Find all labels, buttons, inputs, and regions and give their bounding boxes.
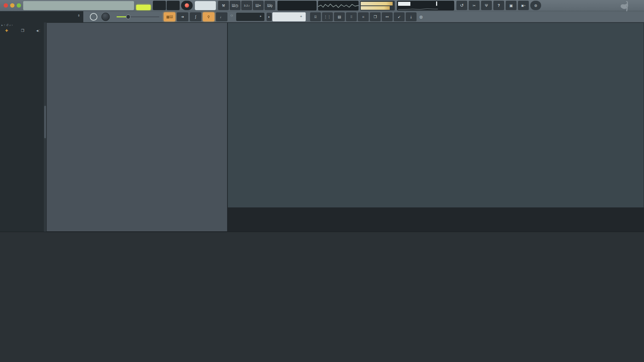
traffic-light-close[interactable] (4, 3, 8, 8)
blob-mic-icon: ⚇ (230, 14, 233, 17)
browser-title-arrow[interactable]: › (12, 24, 13, 27)
markers-button[interactable]: ⌗ (358, 12, 369, 21)
touch-button[interactable]: ➶ (394, 12, 405, 21)
main-volume-knob[interactable] (90, 13, 97, 21)
project-name-field[interactable] (0, 11, 83, 22)
browser-search-icon[interactable]: ⌕ (9, 24, 11, 27)
grid-color-button[interactable]: ▤ (334, 12, 345, 21)
secondary-toolbar: ⚱ ▦Ш ➔ ʃ ⚲ ♩ ⚇ ▸ ▸ + ⌸ ⋮⋮ ▤ ⫶⫶ ⌗ ❐ ⚯ ➶ ⤓… (0, 11, 644, 22)
wait-for-input-button[interactable]: Ш◷ (230, 1, 241, 10)
cpu-panel[interactable] (397, 1, 454, 10)
tap-tempo-button[interactable]: ⚒ (218, 1, 229, 10)
fl-studio-window: ⚒ Ш◷ 3.2.ı Ш+ Шϙ ↺ ✂ Ψ ? ▣ ▣+ ⊜ (0, 0, 644, 362)
help-button[interactable]: ? (493, 1, 504, 10)
main-volume-meter[interactable] (360, 1, 395, 10)
browser-panel: ▸ ↑ ↺ ⌕ › ✚ ❐ ◄: (0, 22, 46, 232)
overdub-button[interactable]: Шϙ (264, 1, 275, 10)
cpu-bar-icon (436, 1, 437, 6)
meter-bar-left (361, 2, 393, 5)
picture-in-picture-button[interactable]: ⌸ (310, 12, 321, 21)
mixer-window (0, 232, 644, 362)
slider-thumb[interactable] (126, 14, 130, 19)
loop-record-button[interactable]: Ш+ (253, 1, 264, 10)
cpu-graph (398, 2, 410, 6)
pattern-prev-button[interactable]: ▸ (267, 13, 272, 21)
follow-playback-button[interactable]: ➔ (177, 12, 188, 21)
browser-list (0, 36, 43, 232)
oscilloscope[interactable] (318, 1, 359, 10)
cpu-sparkline (398, 7, 438, 10)
chat-button[interactable]: ⊜ (530, 1, 541, 10)
traffic-light-minimize[interactable] (10, 3, 14, 8)
time-display[interactable] (277, 1, 317, 10)
channel-rack-window (46, 22, 227, 232)
browser-up-icon[interactable]: ↑ (4, 24, 5, 27)
song-mode-button[interactable] (136, 5, 151, 10)
save-as-button[interactable]: ▣+ (518, 1, 529, 10)
globe-icon: ◍ (419, 14, 423, 19)
test-tube-icon: ⚱ (78, 14, 80, 17)
menu-bar (23, 1, 134, 10)
stop-button[interactable] (167, 1, 180, 10)
master-volume-slider[interactable] (117, 16, 159, 17)
glide-button[interactable]: ʃ (190, 12, 201, 21)
mixer-route-button[interactable]: ⫶⫶ (346, 12, 357, 21)
browser-collapse-icon[interactable]: ▸ (1, 24, 3, 27)
browser-tab-files[interactable]: ❐ (21, 29, 24, 33)
clone-button[interactable]: ❐ (370, 12, 381, 21)
snap-arrow-icon: ▸ (260, 14, 262, 18)
title-bar: ⚒ Ш◷ 3.2.ı Ш+ Шϙ ↺ ✂ Ψ ? ▣ ▣+ ⊜ (0, 0, 644, 11)
import-button[interactable]: ⤓ (406, 12, 417, 21)
oscilloscope-wave (318, 1, 359, 10)
save-button[interactable]: ▣ (506, 1, 517, 10)
browser-header: ▸ ↑ ↺ ⌕ › (0, 22, 46, 28)
main-pitch-knob[interactable] (101, 13, 110, 21)
browser-tab-plugins[interactable]: ✚ (5, 29, 8, 33)
traffic-light-zoom[interactable] (17, 3, 21, 8)
online-link[interactable]: ◍ (419, 13, 423, 21)
metronome-button[interactable]: ♩ (216, 12, 227, 21)
meter-bar-right (361, 6, 390, 10)
cut-tool-button[interactable]: ✂ (469, 1, 480, 10)
mic-record-button[interactable]: Ψ (481, 1, 492, 10)
smart-disable-button[interactable]: ⋮⋮ (322, 12, 333, 21)
record-icon (185, 3, 189, 8)
tempo-display[interactable] (195, 1, 216, 10)
browser-undo-icon[interactable]: ↺ (6, 24, 8, 27)
browser-tab-presets[interactable]: ◄: (35, 29, 40, 33)
link-button[interactable]: ⚲ (203, 12, 214, 21)
step-piano-toggle[interactable]: ▦Ш (164, 12, 175, 21)
playlist-window (227, 22, 644, 208)
pattern-add-button[interactable]: + (300, 14, 302, 18)
browser-scrollbar[interactable] (44, 22, 46, 232)
pause-button[interactable] (153, 1, 166, 10)
plugin-picker-button[interactable]: ⚯ (382, 12, 393, 21)
browser-tabs: ✚ ❐ ◄: (0, 29, 46, 34)
record-button[interactable] (181, 1, 193, 10)
countdown-button[interactable]: 3.2.ı (241, 1, 252, 10)
undo-button[interactable]: ↺ (456, 1, 467, 10)
